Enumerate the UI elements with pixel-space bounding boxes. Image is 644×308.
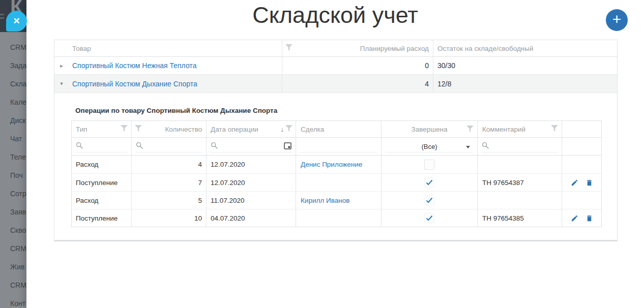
delete-button[interactable]: [586, 214, 593, 222]
filter-actions-cell: [562, 138, 601, 155]
product-row: ▸ Спортивный Костюм Нежная Теплота 0 30/…: [54, 57, 617, 74]
column-header-stock[interactable]: Остаток на складе/свободный: [433, 40, 617, 56]
operation-row: Поступление 10 04.07.2020 ТН 97654385: [72, 209, 601, 227]
hamburger-menu-icon[interactable]: [0, 14, 4, 21]
sidebar-item-disk[interactable]: Диск: [0, 111, 26, 130]
sort-desc-icon: ↓: [281, 126, 284, 133]
sidebar-item-crm2[interactable]: CRM: [0, 239, 26, 258]
operations-title: Операции по товару Спортивный Костюм Дых…: [75, 107, 277, 114]
edit-button[interactable]: [571, 214, 578, 222]
op-actions: [562, 192, 601, 209]
op-comment: [477, 156, 562, 173]
column-header-actions: [562, 121, 601, 137]
op-qty: 7: [131, 174, 206, 191]
column-header-comment[interactable]: Комментарий: [477, 121, 562, 137]
op-date: 12.07.2020: [206, 174, 296, 191]
column-header-product[interactable]: Товар: [69, 40, 282, 56]
operations-header-row: Тип Количество Дата операции ↓: [72, 121, 601, 137]
column-header-date[interactable]: Дата операции ↓: [206, 121, 296, 137]
op-comment: ТН 97654387: [477, 174, 562, 191]
op-type: Расход: [72, 156, 131, 173]
sidebar-item-requests[interactable]: Заяв: [0, 203, 26, 221]
filter-funnel-icon[interactable]: [135, 125, 142, 133]
column-header-done[interactable]: Завершена: [381, 121, 477, 137]
expand-row-icon[interactable]: ▸: [54, 57, 69, 74]
product-link[interactable]: Спортивный Костюм Дыхание Спорта: [72, 80, 197, 88]
sidebar-item-crm3[interactable]: CRM: [0, 276, 26, 294]
filter-input-comment[interactable]: [477, 138, 562, 155]
sidebar-item-telephony[interactable]: Теле: [0, 148, 26, 166]
op-actions: [562, 209, 601, 227]
close-icon: ✕: [13, 16, 20, 26]
collapse-row-icon[interactable]: ▾: [54, 75, 69, 93]
filter-funnel-icon[interactable]: [285, 125, 292, 133]
sidebar-item-employees[interactable]: Сотр: [0, 184, 26, 203]
planned-value: 4: [282, 75, 433, 93]
filter-input-qty[interactable]: [131, 138, 206, 155]
products-header-row: Товар Планируемый расход Остаток на скла…: [54, 40, 617, 57]
filter-funnel-icon[interactable]: [466, 126, 474, 134]
filter-funnel-icon[interactable]: [551, 125, 558, 133]
search-icon: [76, 142, 83, 151]
stock-value: 12/8: [433, 75, 617, 93]
done-checkbox-unchecked[interactable]: [424, 160, 434, 170]
product-row-expanded: ▾ Спортивный Костюм Дыхание Спорта 4 12/…: [54, 74, 617, 93]
op-date: 11.07.2020: [206, 192, 296, 209]
products-grid: Товар Планируемый расход Остаток на скла…: [54, 40, 618, 241]
column-header-type[interactable]: Тип: [72, 121, 131, 137]
filter-funnel-icon[interactable]: [121, 125, 128, 133]
op-qty: 4: [131, 156, 206, 173]
column-header-planned[interactable]: Планируемый расход: [282, 40, 433, 56]
filter-input-date[interactable]: [206, 138, 296, 155]
op-type: Поступление: [72, 174, 131, 191]
op-actions: [562, 174, 601, 191]
sidebar-item-feed[interactable]: Жив: [0, 258, 26, 276]
filter-select-done[interactable]: (Все): [381, 138, 477, 155]
filter-input-deal[interactable]: [296, 138, 381, 155]
op-qty: 10: [131, 209, 206, 227]
sidebar-item-warehouse[interactable]: Скла: [0, 75, 26, 93]
sidebar-item-contacts[interactable]: Конт: [0, 294, 26, 308]
operation-row: Поступление 7 12.07.2020 ТН 97654387: [72, 173, 601, 191]
op-date: 04.07.2020: [206, 209, 296, 227]
product-link[interactable]: Спортивный Костюм Нежная Теплота: [72, 61, 196, 70]
page-title: Складской учет: [26, 2, 644, 28]
planned-value: 0: [282, 57, 433, 74]
dropdown-caret-icon: [466, 146, 470, 148]
edit-button[interactable]: [571, 179, 578, 187]
operations-filter-row: (Все): [72, 137, 601, 156]
sidebar-item-mail[interactable]: Поч: [0, 166, 26, 184]
plus-icon: +: [612, 12, 622, 27]
op-qty: 5: [131, 192, 206, 209]
operation-row: Расход 4 12.07.2020 Денис Приложение: [72, 156, 601, 173]
done-checkbox-checked[interactable]: [424, 177, 434, 188]
detail-section: Операции по товару Спортивный Костюм Дых…: [54, 93, 617, 240]
done-checkbox-checked[interactable]: [424, 195, 434, 205]
filter-funnel-icon[interactable]: [285, 44, 292, 52]
add-button[interactable]: +: [606, 9, 628, 31]
operation-row: Расход 5 11.07.2020 Кирилл Иванов: [72, 191, 601, 209]
op-type: Расход: [72, 192, 131, 209]
op-type: Поступление: [72, 209, 131, 227]
op-date: 12.07.2020: [206, 156, 296, 173]
sidebar-item-analytics[interactable]: Скво: [0, 221, 26, 239]
sidebar-item-tasks[interactable]: Зада: [0, 56, 26, 75]
column-header-deal[interactable]: Сделка: [296, 121, 381, 137]
sidebar-item-calendar[interactable]: Кале: [0, 93, 26, 111]
op-comment: [477, 192, 562, 209]
filter-input-type[interactable]: [72, 138, 131, 155]
expand-column-header: [54, 40, 69, 56]
done-checkbox-checked[interactable]: [424, 213, 434, 223]
sidebar-item-chat[interactable]: Чат: [0, 130, 26, 148]
search-icon: [482, 142, 489, 151]
sidebar-item-crm[interactable]: CRM: [0, 38, 26, 56]
delete-button[interactable]: [586, 179, 593, 187]
op-deal: [296, 209, 381, 227]
deal-link[interactable]: Денис Приложение: [301, 161, 362, 168]
column-header-qty[interactable]: Количество: [131, 121, 206, 137]
close-button[interactable]: ✕: [6, 11, 27, 32]
search-icon: [136, 142, 143, 151]
calendar-icon[interactable]: [284, 142, 291, 151]
sidebar: CRM Зада Скла Кале Диск Чат Теле Поч Сот…: [0, 32, 26, 308]
deal-link[interactable]: Кирилл Иванов: [301, 197, 349, 204]
